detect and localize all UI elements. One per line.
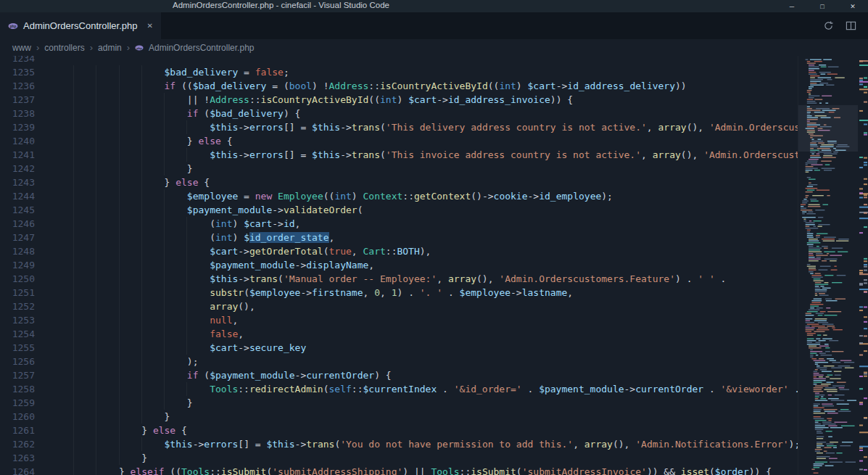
tab-adminorderscontroller[interactable]: php AdminOrdersController.php ✕	[0, 12, 161, 39]
code-line[interactable]: 1246 (int) $cart->id,	[0, 217, 798, 231]
code-text: (int) $id_order_state,	[35, 231, 334, 244]
line-number[interactable]: 1252	[0, 300, 35, 313]
code-line[interactable]: 1245 $payment_module->validateOrder(	[0, 203, 798, 217]
indent-guide	[73, 355, 74, 368]
indent-guide	[186, 148, 187, 162]
code-line[interactable]: 1249 $payment_module->displayName,	[0, 258, 798, 272]
indent-guide	[73, 120, 74, 134]
line-number[interactable]: 1261	[0, 424, 35, 437]
line-number[interactable]: 1237	[0, 93, 35, 107]
indent-guide	[73, 341, 74, 355]
code-line[interactable]: 1236 if (($bad_delivery = (bool) !Addres…	[0, 79, 798, 93]
indent-guide	[73, 286, 74, 300]
line-number[interactable]: 1244	[0, 189, 35, 203]
line-number[interactable]: 1254	[0, 327, 35, 341]
line-number[interactable]: 1238	[0, 107, 35, 120]
code-line[interactable]: 1237 || !Address::isCountryActiveById((i…	[0, 93, 798, 107]
indent-guide	[119, 107, 120, 120]
code-line[interactable]: 1264 } elseif ((Tools::isSubmit('submitA…	[0, 465, 798, 475]
sync-icon[interactable]	[823, 20, 834, 31]
breadcrumb-item-admin[interactable]: admin	[98, 43, 122, 53]
code-line[interactable]: 1248 $cart->getOrderTotal(true, Cart::BO…	[0, 244, 798, 258]
code-line[interactable]: 1262 $this->errors[] = $this->trans('You…	[0, 437, 798, 451]
line-number[interactable]: 1239	[0, 120, 35, 134]
tab-close-icon[interactable]: ✕	[147, 22, 153, 30]
indent-guide	[141, 258, 142, 272]
breadcrumb-item-www[interactable]: www	[12, 43, 31, 53]
code-line[interactable]: 1260 }	[0, 410, 798, 424]
line-number[interactable]: 1262	[0, 437, 35, 451]
code-text: }	[35, 396, 193, 410]
indent-guide	[96, 217, 96, 231]
code-line[interactable]: 1255 $cart->secure_key	[0, 341, 798, 355]
minimize-button[interactable]: ─	[777, 0, 807, 12]
line-number[interactable]: 1236	[0, 79, 35, 93]
code-line[interactable]: 1240 } else {	[0, 134, 798, 148]
code-line[interactable]: 1242 }	[0, 162, 798, 175]
line-number[interactable]: 1234	[0, 56, 35, 65]
line-number[interactable]: 1249	[0, 258, 35, 272]
line-number[interactable]: 1241	[0, 148, 35, 162]
breadcrumb-item-adminorderscontroller-php[interactable]: AdminOrdersController.php	[149, 43, 254, 53]
code-line[interactable]: 1263 }	[0, 451, 798, 465]
code-line[interactable]: 1251 substr($employee->firstname, 0, 1) …	[0, 286, 798, 300]
code-line[interactable]: 1252 array(),	[0, 300, 798, 313]
line-number[interactable]: 1247	[0, 231, 35, 244]
code-editor[interactable]: 12341235 $bad_delivery = false;1236 if (…	[0, 56, 868, 475]
line-number[interactable]: 1240	[0, 134, 35, 148]
code-line[interactable]: 1259 }	[0, 396, 798, 410]
line-number[interactable]: 1245	[0, 203, 35, 217]
indent-guide	[119, 203, 120, 217]
indent-guide	[96, 286, 96, 300]
line-number[interactable]: 1253	[0, 313, 35, 327]
code-line[interactable]: 1258 Tools::redirectAdmin(self::$current…	[0, 382, 798, 396]
line-number[interactable]: 1259	[0, 396, 35, 410]
close-button[interactable]: ✕	[838, 0, 868, 12]
line-number[interactable]: 1257	[0, 368, 35, 382]
line-number[interactable]: 1235	[0, 65, 35, 79]
line-number[interactable]: 1258	[0, 382, 35, 396]
indent-guide	[119, 175, 120, 189]
minimap[interactable]	[798, 56, 868, 475]
line-number[interactable]: 1260	[0, 410, 35, 424]
line-number[interactable]: 1250	[0, 272, 35, 286]
indent-guide	[164, 217, 165, 231]
code-line[interactable]: 1250 $this->trans('Manual order -- Emplo…	[0, 272, 798, 286]
code-line[interactable]: 1235 $bad_delivery = false;	[0, 65, 798, 79]
code-text: } elseif ((Tools::isSubmit('submitAddres…	[35, 465, 772, 475]
code-line[interactable]: 1241 $this->errors[] = $this->trans('Thi…	[0, 148, 798, 162]
code-line[interactable]: 1253 null,	[0, 313, 798, 327]
line-number[interactable]: 1246	[0, 217, 35, 231]
code-line[interactable]: 1256 );	[0, 355, 798, 368]
line-number[interactable]: 1264	[0, 465, 35, 475]
code-area[interactable]: 12341235 $bad_delivery = false;1236 if (…	[0, 56, 798, 475]
maximize-button[interactable]: □	[807, 0, 838, 12]
code-line[interactable]: 1244 $employee = new Employee((int) Cont…	[0, 189, 798, 203]
line-number[interactable]: 1251	[0, 286, 35, 300]
line-number[interactable]: 1248	[0, 244, 35, 258]
indent-guide	[186, 231, 187, 244]
indent-guide	[141, 79, 142, 93]
code-line[interactable]: 1243 } else {	[0, 175, 798, 189]
code-line[interactable]: 1247 (int) $id_order_state,	[0, 231, 798, 244]
code-line[interactable]: 1239 $this->errors[] = $this->trans('Thi…	[0, 120, 798, 134]
php-file-icon: php	[8, 21, 18, 31]
line-number[interactable]: 1256	[0, 355, 35, 368]
code-line[interactable]: 1257 if ($payment_module->currentOrder) …	[0, 368, 798, 382]
code-line[interactable]: 1261 } else {	[0, 424, 798, 437]
line-number[interactable]: 1255	[0, 341, 35, 355]
split-editor-icon[interactable]	[846, 20, 856, 31]
code-line[interactable]: 1254 false,	[0, 327, 798, 341]
line-number[interactable]: 1243	[0, 175, 35, 189]
code-line[interactable]: 1234	[0, 56, 798, 65]
line-number[interactable]: 1242	[0, 162, 35, 175]
code-line[interactable]: 1238 if ($bad_delivery) {	[0, 107, 798, 120]
indent-guide	[186, 258, 187, 272]
line-number[interactable]: 1263	[0, 451, 35, 465]
indent-guide	[96, 437, 96, 451]
breadcrumb-separator-icon: ›	[90, 42, 93, 53]
breadcrumb-item-controllers[interactable]: controllers	[44, 43, 84, 53]
indent-guide	[96, 300, 96, 313]
indent-guide	[164, 300, 165, 313]
indent-guide	[164, 341, 165, 355]
